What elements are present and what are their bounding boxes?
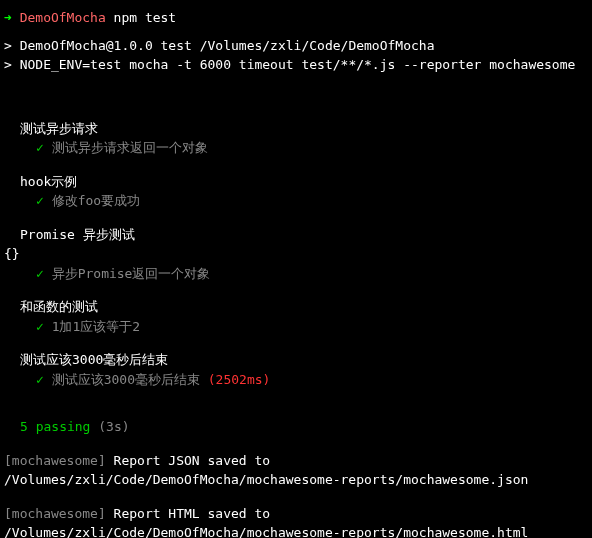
npm-header-line2: > NODE_ENV=test mocha -t 6000 timeout te… <box>4 55 588 75</box>
test-name: 1加1应该等于2 <box>52 319 140 334</box>
test-name: 测试异步请求返回一个对象 <box>52 140 208 155</box>
prompt-line: ➜ DemoOfMocha npm test <box>4 8 588 28</box>
report-path: /Volumes/zxli/Code/DemoOfMocha/mochaweso… <box>4 472 528 487</box>
bracket-open: [ <box>4 453 12 468</box>
check-icon: ✓ <box>36 319 44 334</box>
bracket-close: ] <box>98 506 106 521</box>
suite-title: 测试异步请求 <box>20 119 588 139</box>
check-icon: ✓ <box>36 372 44 387</box>
bracket-open: [ <box>4 506 12 521</box>
suite-block: 测试异步请求 ✓ 测试异步请求返回一个对象 <box>4 119 588 158</box>
prompt-arrow: ➜ <box>4 10 12 25</box>
suite-title: Promise 异步测试 <box>20 225 588 245</box>
bracket-close: ] <box>98 453 106 468</box>
line-content: DemoOfMocha@1.0.0 test /Volumes/zxli/Cod… <box>20 38 435 53</box>
test-line: ✓ 修改foo要成功 <box>36 191 588 211</box>
suite-title: hook示例 <box>20 172 588 192</box>
suite-title: 测试应该3000毫秒后结束 <box>20 350 588 370</box>
test-name: 异步Promise返回一个对象 <box>52 266 211 281</box>
extra-output: {} <box>4 244 588 264</box>
report-path: /Volumes/zxli/Code/DemoOfMocha/mochaweso… <box>4 525 528 538</box>
test-line: ✓ 测试应该3000毫秒后结束 (2502ms) <box>36 370 588 390</box>
test-name: 修改foo要成功 <box>52 193 140 208</box>
check-icon: ✓ <box>36 193 44 208</box>
reporter-name: mochawesome <box>12 506 98 521</box>
reporter-name: mochawesome <box>12 453 98 468</box>
test-duration: (2502ms) <box>208 372 271 387</box>
prompt-dir: DemoOfMocha <box>20 10 106 25</box>
npm-header-line1: > DemoOfMocha@1.0.0 test /Volumes/zxli/C… <box>4 36 588 56</box>
prompt-command: npm test <box>114 10 177 25</box>
passing-time: (3s) <box>98 419 129 434</box>
suite-block: hook示例 ✓ 修改foo要成功 <box>4 172 588 211</box>
line-prefix: > <box>4 57 20 72</box>
suite-block: Promise 异步测试 {} ✓ 异步Promise返回一个对象 <box>4 225 588 284</box>
check-icon: ✓ <box>36 140 44 155</box>
suite-block: 测试应该3000毫秒后结束 ✓ 测试应该3000毫秒后结束 (2502ms) <box>4 350 588 389</box>
report-json-line: [mochawesome] Report JSON saved to /Volu… <box>4 451 588 490</box>
report-label: Report HTML saved to <box>106 506 270 521</box>
line-content: NODE_ENV=test mocha -t 6000 timeout test… <box>20 57 576 72</box>
test-line: ✓ 1加1应该等于2 <box>36 317 588 337</box>
passing-count: 5 passing <box>20 419 90 434</box>
summary-block: 5 passing (3s) <box>4 409 588 437</box>
suite-title: 和函数的测试 <box>20 297 588 317</box>
test-line: ✓ 异步Promise返回一个对象 <box>36 264 588 284</box>
test-line: ✓ 测试异步请求返回一个对象 <box>36 138 588 158</box>
report-html-line: [mochawesome] Report HTML saved to /Volu… <box>4 504 588 539</box>
check-icon: ✓ <box>36 266 44 281</box>
report-label: Report JSON saved to <box>106 453 270 468</box>
suite-block: 和函数的测试 ✓ 1加1应该等于2 <box>4 297 588 336</box>
test-name: 测试应该3000毫秒后结束 <box>52 372 200 387</box>
line-prefix: > <box>4 38 20 53</box>
